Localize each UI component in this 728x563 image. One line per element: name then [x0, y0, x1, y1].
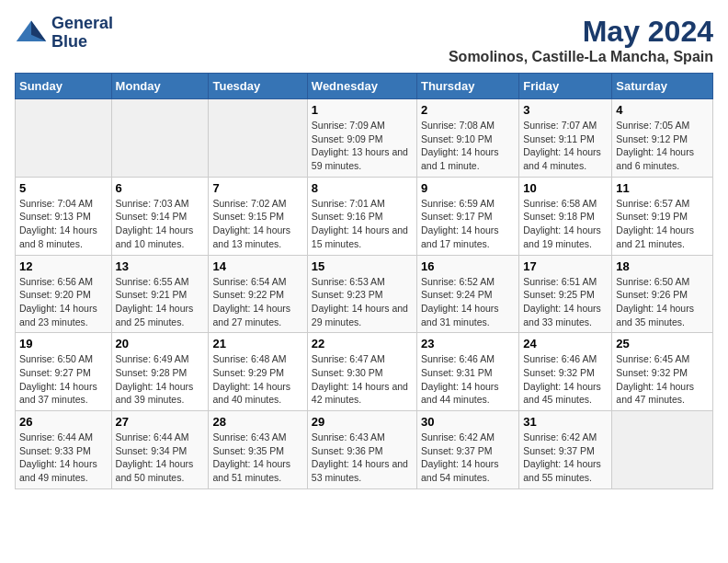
day-number: 23 — [421, 337, 515, 350]
day-cell: 9Sunrise: 6:59 AM Sunset: 9:17 PM Daylig… — [416, 177, 518, 255]
day-info: Sunrise: 6:44 AM Sunset: 9:34 PM Dayligh… — [116, 431, 205, 485]
day-cell: 22Sunrise: 6:47 AM Sunset: 9:30 PM Dayli… — [307, 333, 416, 411]
header-cell-sunday: Sunday — [16, 74, 112, 99]
day-cell — [111, 99, 209, 178]
day-cell: 13Sunrise: 6:55 AM Sunset: 9:21 PM Dayli… — [111, 255, 209, 333]
day-info: Sunrise: 6:42 AM Sunset: 9:37 PM Dayligh… — [421, 431, 515, 485]
day-number: 18 — [616, 259, 709, 273]
day-cell: 11Sunrise: 6:57 AM Sunset: 9:19 PM Dayli… — [612, 177, 713, 255]
day-cell: 18Sunrise: 6:50 AM Sunset: 9:26 PM Dayli… — [612, 255, 713, 333]
day-cell: 14Sunrise: 6:54 AM Sunset: 9:22 PM Dayli… — [209, 255, 307, 333]
day-cell: 8Sunrise: 7:01 AM Sunset: 9:16 PM Daylig… — [307, 177, 416, 255]
day-cell — [16, 99, 112, 178]
day-number: 12 — [19, 259, 108, 273]
day-number: 9 — [421, 181, 515, 195]
day-info: Sunrise: 6:52 AM Sunset: 9:24 PM Dayligh… — [421, 275, 515, 329]
day-info: Sunrise: 6:57 AM Sunset: 9:19 PM Dayligh… — [616, 197, 709, 251]
header-cell-wednesday: Wednesday — [307, 74, 416, 99]
day-number: 27 — [116, 415, 205, 429]
day-info: Sunrise: 6:55 AM Sunset: 9:21 PM Dayligh… — [116, 275, 205, 329]
day-number: 21 — [212, 337, 302, 350]
day-info: Sunrise: 6:46 AM Sunset: 9:31 PM Dayligh… — [421, 352, 515, 407]
day-cell: 16Sunrise: 6:52 AM Sunset: 9:24 PM Dayli… — [416, 255, 518, 333]
day-info: Sunrise: 7:04 AM Sunset: 9:13 PM Dayligh… — [19, 197, 108, 251]
day-number: 1 — [312, 103, 413, 117]
main-title: May 2024 — [449, 15, 713, 49]
day-number: 26 — [19, 415, 108, 429]
logo-text: General Blue — [51, 15, 113, 52]
logo: General Blue — [15, 15, 113, 52]
week-row-5: 26Sunrise: 6:44 AM Sunset: 9:33 PM Dayli… — [16, 411, 713, 489]
day-number: 16 — [421, 259, 515, 273]
day-number: 25 — [616, 337, 709, 350]
day-cell: 21Sunrise: 6:48 AM Sunset: 9:29 PM Dayli… — [209, 333, 307, 411]
day-number: 28 — [212, 415, 302, 429]
day-cell: 31Sunrise: 6:42 AM Sunset: 9:37 PM Dayli… — [519, 411, 612, 489]
day-cell: 30Sunrise: 6:42 AM Sunset: 9:37 PM Dayli… — [416, 411, 518, 489]
day-cell: 19Sunrise: 6:50 AM Sunset: 9:27 PM Dayli… — [16, 333, 112, 411]
day-number: 20 — [116, 337, 205, 350]
day-number: 30 — [421, 415, 515, 429]
day-info: Sunrise: 6:59 AM Sunset: 9:17 PM Dayligh… — [421, 197, 515, 251]
week-row-4: 19Sunrise: 6:50 AM Sunset: 9:27 PM Dayli… — [16, 333, 713, 411]
day-number: 31 — [523, 415, 608, 429]
day-cell: 3Sunrise: 7:07 AM Sunset: 9:11 PM Daylig… — [519, 99, 612, 178]
day-info: Sunrise: 7:07 AM Sunset: 9:11 PM Dayligh… — [523, 119, 608, 173]
day-number: 24 — [523, 337, 608, 350]
week-row-3: 12Sunrise: 6:56 AM Sunset: 9:20 PM Dayli… — [16, 255, 713, 333]
day-number: 10 — [523, 181, 608, 195]
header-cell-monday: Monday — [111, 74, 209, 99]
week-row-1: 1Sunrise: 7:09 AM Sunset: 9:09 PM Daylig… — [16, 99, 713, 178]
day-cell: 27Sunrise: 6:44 AM Sunset: 9:34 PM Dayli… — [111, 411, 209, 489]
day-cell — [209, 99, 307, 178]
header-row: SundayMondayTuesdayWednesdayThursdayFrid… — [16, 74, 713, 99]
day-info: Sunrise: 6:50 AM Sunset: 9:26 PM Dayligh… — [616, 275, 709, 329]
day-number: 8 — [312, 181, 413, 195]
day-number: 13 — [116, 259, 205, 273]
day-cell: 24Sunrise: 6:46 AM Sunset: 9:32 PM Dayli… — [519, 333, 612, 411]
day-cell: 5Sunrise: 7:04 AM Sunset: 9:13 PM Daylig… — [16, 177, 112, 255]
calendar-body: 1Sunrise: 7:09 AM Sunset: 9:09 PM Daylig… — [16, 99, 713, 489]
page-header: General Blue May 2024 Somolinos, Castill… — [15, 15, 713, 65]
day-info: Sunrise: 7:09 AM Sunset: 9:09 PM Dayligh… — [312, 119, 413, 173]
day-cell — [612, 411, 713, 489]
day-info: Sunrise: 6:45 AM Sunset: 9:32 PM Dayligh… — [616, 352, 709, 407]
day-info: Sunrise: 7:03 AM Sunset: 9:14 PM Dayligh… — [116, 197, 205, 251]
header-cell-tuesday: Tuesday — [209, 74, 307, 99]
day-info: Sunrise: 7:02 AM Sunset: 9:15 PM Dayligh… — [212, 197, 302, 251]
day-cell: 28Sunrise: 6:43 AM Sunset: 9:35 PM Dayli… — [209, 411, 307, 489]
day-number: 29 — [312, 415, 413, 429]
week-row-2: 5Sunrise: 7:04 AM Sunset: 9:13 PM Daylig… — [16, 177, 713, 255]
day-info: Sunrise: 6:48 AM Sunset: 9:29 PM Dayligh… — [212, 352, 302, 407]
day-number: 17 — [523, 259, 608, 273]
day-number: 6 — [116, 181, 205, 195]
day-info: Sunrise: 7:05 AM Sunset: 9:12 PM Dayligh… — [616, 119, 709, 173]
day-info: Sunrise: 6:47 AM Sunset: 9:30 PM Dayligh… — [312, 352, 413, 407]
logo-icon — [15, 17, 48, 50]
day-number: 3 — [523, 103, 608, 117]
day-cell: 4Sunrise: 7:05 AM Sunset: 9:12 PM Daylig… — [612, 99, 713, 178]
day-info: Sunrise: 6:42 AM Sunset: 9:37 PM Dayligh… — [523, 431, 608, 485]
header-cell-saturday: Saturday — [612, 74, 713, 99]
title-block: May 2024 Somolinos, Castille-La Mancha, … — [449, 15, 713, 65]
subtitle: Somolinos, Castille-La Mancha, Spain — [449, 49, 713, 65]
day-number: 5 — [19, 181, 108, 195]
day-info: Sunrise: 6:56 AM Sunset: 9:20 PM Dayligh… — [19, 275, 108, 329]
calendar-table: SundayMondayTuesdayWednesdayThursdayFrid… — [15, 73, 713, 489]
day-cell: 15Sunrise: 6:53 AM Sunset: 9:23 PM Dayli… — [307, 255, 416, 333]
day-cell: 20Sunrise: 6:49 AM Sunset: 9:28 PM Dayli… — [111, 333, 209, 411]
day-number: 19 — [19, 337, 108, 350]
day-number: 7 — [212, 181, 302, 195]
day-cell: 25Sunrise: 6:45 AM Sunset: 9:32 PM Dayli… — [612, 333, 713, 411]
day-info: Sunrise: 7:08 AM Sunset: 9:10 PM Dayligh… — [421, 119, 515, 173]
day-info: Sunrise: 6:44 AM Sunset: 9:33 PM Dayligh… — [19, 431, 108, 485]
day-number: 2 — [421, 103, 515, 117]
day-info: Sunrise: 6:49 AM Sunset: 9:28 PM Dayligh… — [116, 352, 205, 407]
day-info: Sunrise: 7:01 AM Sunset: 9:16 PM Dayligh… — [312, 197, 413, 251]
day-info: Sunrise: 6:51 AM Sunset: 9:25 PM Dayligh… — [523, 275, 608, 329]
day-info: Sunrise: 6:58 AM Sunset: 9:18 PM Dayligh… — [523, 197, 608, 251]
day-number: 22 — [312, 337, 413, 350]
header-cell-friday: Friday — [519, 74, 612, 99]
day-cell: 26Sunrise: 6:44 AM Sunset: 9:33 PM Dayli… — [16, 411, 112, 489]
header-cell-thursday: Thursday — [416, 74, 518, 99]
